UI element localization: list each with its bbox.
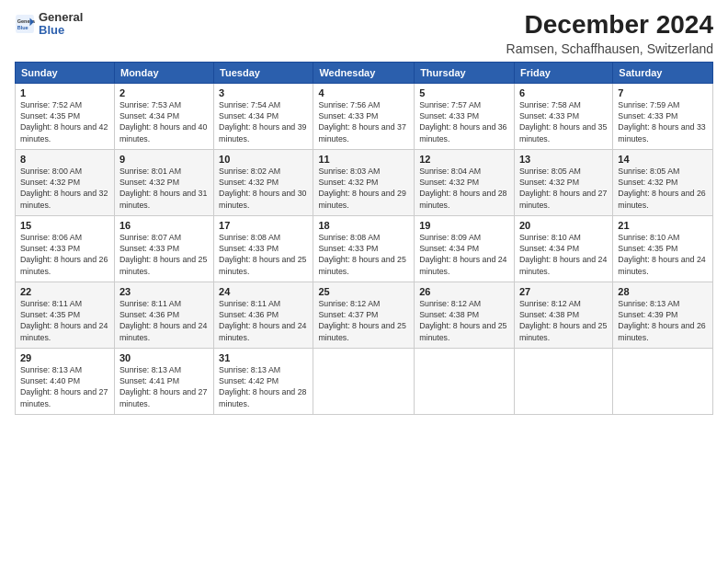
title-block: December 2024 Ramsen, Schaffhausen, Swit… xyxy=(506,11,713,56)
day-detail: Sunrise: 8:02 AMSunset: 4:32 PMDaylight:… xyxy=(219,166,308,211)
calendar-cell xyxy=(415,348,515,414)
calendar-cell: 17Sunrise: 8:08 AMSunset: 4:33 PMDayligh… xyxy=(214,215,313,282)
calendar-cell: 13Sunrise: 8:05 AMSunset: 4:32 PMDayligh… xyxy=(514,149,612,215)
day-detail: Sunrise: 8:05 AMSunset: 4:32 PMDaylight:… xyxy=(519,166,608,211)
calendar-week-row: 29Sunrise: 8:13 AMSunset: 4:40 PMDayligh… xyxy=(16,348,713,414)
svg-text:Blue: Blue xyxy=(17,25,28,30)
calendar-cell: 19Sunrise: 8:09 AMSunset: 4:34 PMDayligh… xyxy=(415,215,515,282)
calendar-week-row: 1Sunrise: 7:52 AMSunset: 4:35 PMDaylight… xyxy=(16,83,713,149)
day-number: 28 xyxy=(618,286,708,297)
day-number: 2 xyxy=(119,87,209,98)
calendar-cell: 3Sunrise: 7:54 AMSunset: 4:34 PMDaylight… xyxy=(214,83,313,149)
calendar-cell: 25Sunrise: 8:12 AMSunset: 4:37 PMDayligh… xyxy=(313,282,415,348)
day-detail: Sunrise: 7:59 AMSunset: 4:33 PMDaylight:… xyxy=(618,99,708,144)
calendar-cell: 24Sunrise: 8:11 AMSunset: 4:36 PMDayligh… xyxy=(214,282,313,348)
day-detail: Sunrise: 8:12 AMSunset: 4:38 PMDaylight:… xyxy=(419,298,509,343)
calendar-cell: 6Sunrise: 7:58 AMSunset: 4:33 PMDaylight… xyxy=(514,83,612,149)
day-number: 19 xyxy=(419,220,509,231)
day-number: 11 xyxy=(318,154,409,165)
calendar-week-row: 15Sunrise: 8:06 AMSunset: 4:33 PMDayligh… xyxy=(16,215,713,282)
logo-general: General xyxy=(39,11,83,24)
calendar-cell: 20Sunrise: 8:10 AMSunset: 4:34 PMDayligh… xyxy=(514,215,612,282)
day-number: 5 xyxy=(419,87,509,98)
calendar-cell: 8Sunrise: 8:00 AMSunset: 4:32 PMDaylight… xyxy=(16,149,115,215)
day-number: 12 xyxy=(419,154,509,165)
day-number: 9 xyxy=(119,154,209,165)
calendar-cell: 18Sunrise: 8:08 AMSunset: 4:33 PMDayligh… xyxy=(313,215,415,282)
page-container: General Blue General Blue December 2024 … xyxy=(0,0,728,563)
calendar-cell xyxy=(313,348,415,414)
weekday-header: Friday xyxy=(514,62,612,83)
calendar-cell: 15Sunrise: 8:06 AMSunset: 4:33 PMDayligh… xyxy=(16,215,115,282)
day-number: 25 xyxy=(318,286,409,297)
day-number: 13 xyxy=(519,154,608,165)
calendar-cell: 21Sunrise: 8:10 AMSunset: 4:35 PMDayligh… xyxy=(613,215,713,282)
day-number: 29 xyxy=(20,352,109,363)
day-number: 23 xyxy=(119,286,209,297)
day-detail: Sunrise: 7:58 AMSunset: 4:33 PMDaylight:… xyxy=(519,99,608,144)
day-detail: Sunrise: 8:06 AMSunset: 4:33 PMDaylight:… xyxy=(20,232,109,277)
weekday-header: Sunday xyxy=(16,62,115,83)
day-detail: Sunrise: 7:56 AMSunset: 4:33 PMDaylight:… xyxy=(318,99,409,144)
calendar-table: SundayMondayTuesdayWednesdayThursdayFrid… xyxy=(15,62,713,415)
day-number: 1 xyxy=(20,87,109,98)
main-title: December 2024 xyxy=(506,11,713,40)
day-number: 21 xyxy=(618,220,708,231)
day-number: 7 xyxy=(618,87,708,98)
day-detail: Sunrise: 8:13 AMSunset: 4:41 PMDaylight:… xyxy=(119,364,209,409)
weekday-header: Tuesday xyxy=(214,62,313,83)
weekday-header: Monday xyxy=(114,62,213,83)
day-detail: Sunrise: 8:08 AMSunset: 4:33 PMDaylight:… xyxy=(219,232,308,277)
day-number: 18 xyxy=(318,220,409,231)
day-number: 20 xyxy=(519,220,608,231)
day-detail: Sunrise: 8:13 AMSunset: 4:39 PMDaylight:… xyxy=(618,298,708,343)
calendar-cell: 11Sunrise: 8:03 AMSunset: 4:32 PMDayligh… xyxy=(313,149,415,215)
logo: General Blue General Blue xyxy=(15,11,83,38)
day-number: 30 xyxy=(119,352,209,363)
calendar-cell: 7Sunrise: 7:59 AMSunset: 4:33 PMDaylight… xyxy=(613,83,713,149)
day-detail: Sunrise: 8:11 AMSunset: 4:36 PMDaylight:… xyxy=(219,298,308,343)
calendar-cell: 1Sunrise: 7:52 AMSunset: 4:35 PMDaylight… xyxy=(16,83,115,149)
day-detail: Sunrise: 8:11 AMSunset: 4:36 PMDaylight:… xyxy=(119,298,209,343)
day-detail: Sunrise: 8:12 AMSunset: 4:37 PMDaylight:… xyxy=(318,298,409,343)
day-number: 15 xyxy=(20,220,109,231)
day-detail: Sunrise: 8:09 AMSunset: 4:34 PMDaylight:… xyxy=(419,232,509,277)
calendar-cell: 12Sunrise: 8:04 AMSunset: 4:32 PMDayligh… xyxy=(415,149,515,215)
day-detail: Sunrise: 8:03 AMSunset: 4:32 PMDaylight:… xyxy=(318,166,409,211)
day-number: 3 xyxy=(219,87,308,98)
calendar-cell: 10Sunrise: 8:02 AMSunset: 4:32 PMDayligh… xyxy=(214,149,313,215)
logo-icon: General Blue xyxy=(15,14,35,34)
calendar-week-row: 8Sunrise: 8:00 AMSunset: 4:32 PMDaylight… xyxy=(16,149,713,215)
day-detail: Sunrise: 8:05 AMSunset: 4:32 PMDaylight:… xyxy=(618,166,708,211)
day-detail: Sunrise: 8:13 AMSunset: 4:42 PMDaylight:… xyxy=(219,364,308,409)
day-number: 27 xyxy=(519,286,608,297)
day-number: 31 xyxy=(219,352,308,363)
day-number: 16 xyxy=(119,220,209,231)
day-number: 24 xyxy=(219,286,308,297)
day-number: 4 xyxy=(318,87,409,98)
calendar-cell: 16Sunrise: 8:07 AMSunset: 4:33 PMDayligh… xyxy=(114,215,213,282)
logo-blue: Blue xyxy=(39,24,83,37)
calendar-cell: 28Sunrise: 8:13 AMSunset: 4:39 PMDayligh… xyxy=(613,282,713,348)
day-number: 26 xyxy=(419,286,509,297)
calendar-week-row: 22Sunrise: 8:11 AMSunset: 4:35 PMDayligh… xyxy=(16,282,713,348)
calendar-cell: 23Sunrise: 8:11 AMSunset: 4:36 PMDayligh… xyxy=(114,282,213,348)
day-number: 8 xyxy=(20,154,109,165)
day-detail: Sunrise: 8:10 AMSunset: 4:34 PMDaylight:… xyxy=(519,232,608,277)
calendar-cell: 4Sunrise: 7:56 AMSunset: 4:33 PMDaylight… xyxy=(313,83,415,149)
day-detail: Sunrise: 7:57 AMSunset: 4:33 PMDaylight:… xyxy=(419,99,509,144)
day-number: 6 xyxy=(519,87,608,98)
calendar-cell: 9Sunrise: 8:01 AMSunset: 4:32 PMDaylight… xyxy=(114,149,213,215)
calendar-cell: 26Sunrise: 8:12 AMSunset: 4:38 PMDayligh… xyxy=(415,282,515,348)
day-detail: Sunrise: 8:10 AMSunset: 4:35 PMDaylight:… xyxy=(618,232,708,277)
calendar-cell: 14Sunrise: 8:05 AMSunset: 4:32 PMDayligh… xyxy=(613,149,713,215)
day-detail: Sunrise: 8:12 AMSunset: 4:38 PMDaylight:… xyxy=(519,298,608,343)
day-detail: Sunrise: 7:52 AMSunset: 4:35 PMDaylight:… xyxy=(20,99,109,144)
calendar-cell xyxy=(514,348,612,414)
weekday-header: Wednesday xyxy=(313,62,415,83)
weekday-header: Thursday xyxy=(415,62,515,83)
header: General Blue General Blue December 2024 … xyxy=(15,11,713,56)
calendar-cell: 29Sunrise: 8:13 AMSunset: 4:40 PMDayligh… xyxy=(16,348,115,414)
day-detail: Sunrise: 8:04 AMSunset: 4:32 PMDaylight:… xyxy=(419,166,509,211)
subtitle: Ramsen, Schaffhausen, Switzerland xyxy=(506,41,713,56)
